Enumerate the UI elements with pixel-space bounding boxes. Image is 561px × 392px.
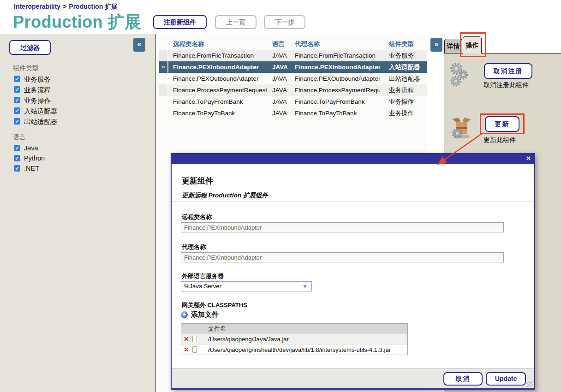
delete-file-icon[interactable]: ✕: [184, 344, 189, 355]
update-component-dialog: ✕ 更新组件 更新远程 Production 扩展组件 远程类名称 代理名称 外…: [171, 153, 535, 390]
update-button[interactable]: 更新: [485, 116, 519, 132]
register-new-component-button[interactable]: 注册新组件: [153, 15, 207, 29]
table-row[interactable]: Finance.ProcessPaymentRequest JAVA Finan…: [159, 84, 427, 96]
checkbox-label: 出站适配器: [24, 118, 58, 126]
table-row[interactable]: Finance.FromFileTransaction JAVA Finance…: [159, 50, 427, 61]
chevron-left-icon: «: [137, 40, 142, 48]
external-language-server-select[interactable]: %Java Server ▼: [181, 281, 312, 291]
panel-tabs: 详情 操作: [444, 33, 561, 53]
filter-sidebar: 过滤器 « 组件类型 ✓ 业务服务 ✓ 业务流程 ✓ 业务操作 ✓ 入站适配器 …: [0, 34, 156, 392]
table-row[interactable]: Finance.ToPayFromBank JAVA Finance.ToPay…: [159, 96, 427, 107]
proxy-name-input[interactable]: [181, 252, 504, 262]
checkbox-java[interactable]: ✓: [14, 145, 20, 151]
breadcrumb: Interoperability>Production 扩展: [14, 3, 118, 11]
cell-remote-class: Finance.PEXInboundAdapter: [168, 61, 269, 73]
row-selector[interactable]: [159, 50, 168, 61]
breadcrumb-separator: >: [60, 3, 69, 10]
checkbox-python[interactable]: ✓: [14, 155, 20, 161]
gears-icon: [449, 62, 469, 89]
cell-language: JAVA: [269, 107, 292, 119]
package-icon: [451, 116, 472, 140]
dialog-subtitle: 更新远程 Production 扩展组件: [182, 191, 268, 200]
table-row-selected[interactable]: » Finance.PEXInboundAdapter JAVA Finance…: [159, 61, 427, 73]
table-row[interactable]: Finance.PEXOutboundAdapter JAVA Finance.…: [159, 73, 427, 84]
table-header-row: 远程类名称 语言 代理名称 组件类型: [159, 39, 427, 50]
cell-language: JAVA: [269, 96, 292, 107]
chevron-right-icon: »: [435, 40, 439, 48]
dialog-titlebar[interactable]: ✕: [172, 154, 534, 164]
row-selector[interactable]: [159, 107, 168, 119]
row-selector[interactable]: [159, 84, 168, 96]
checkbox-label: Java: [24, 144, 38, 152]
cell-component-type: 业务服务: [380, 50, 426, 61]
gateway-classpaths-label: 网关额外 CLASSPATHS: [182, 301, 247, 309]
checkbox-business-operation[interactable]: ✓: [14, 97, 20, 103]
resize-grip[interactable]: [527, 381, 533, 387]
cell-proxy-name: Finance.ToPayFromBank: [292, 96, 380, 107]
checkbox-label: 业务服务: [24, 75, 51, 84]
cell-proxy-name: Finance.FromFileTransaction: [292, 50, 380, 61]
classpath-table: 文件名 ✕ /Users/qiaopeng/Java/Java.jar ✕ /U…: [181, 323, 408, 355]
chevron-down-icon: ▼: [302, 282, 308, 291]
classpath-value: /Users/qiaopeng/Java/Java.jar: [208, 334, 289, 344]
cancel-button[interactable]: 取消: [443, 372, 483, 386]
file-icon[interactable]: [192, 336, 197, 342]
language-section-label: 语言: [13, 133, 26, 142]
checkbox-label: Python: [24, 154, 45, 162]
row-selector[interactable]: [159, 96, 168, 107]
file-icon[interactable]: [192, 346, 197, 353]
delete-file-icon[interactable]: ✕: [184, 334, 189, 344]
add-icon[interactable]: +: [181, 311, 188, 318]
cell-proxy-name: Finance.ToPayToBank: [292, 107, 380, 119]
classpath-column-header: 文件名: [181, 324, 407, 333]
selector-column-header: [159, 39, 168, 50]
cell-component-type: 业务操作: [380, 107, 426, 119]
next-step-button[interactable]: 下一步: [264, 15, 305, 29]
dialog-divider: [172, 202, 534, 202]
column-header-proxy-name: 代理名称: [292, 39, 380, 50]
proxy-name-label: 代理名称: [182, 243, 206, 251]
tab-actions[interactable]: 操作: [463, 36, 482, 53]
row-selector-marker[interactable]: »: [159, 61, 168, 73]
unregister-button[interactable]: 取消注册: [484, 63, 532, 79]
cell-remote-class: Finance.ToPayToBank: [168, 107, 269, 119]
collapse-sidebar-button[interactable]: «: [133, 38, 145, 52]
dialog-update-button[interactable]: Update: [486, 372, 526, 386]
column-header-remote-class: 远程类名称: [168, 39, 269, 50]
page-header: Interoperability>Production 扩展 Productio…: [0, 0, 561, 33]
cell-component-type: 入站适配器: [380, 61, 426, 73]
close-icon[interactable]: ✕: [526, 155, 531, 162]
component-type-section-label: 组件类型: [13, 64, 39, 72]
breadcrumb-home-link[interactable]: Interoperability: [14, 3, 60, 10]
cell-remote-class: Finance.FromFileTransaction: [168, 50, 269, 61]
cell-proxy-name: Finance.PEXInboundAdapter: [292, 61, 380, 73]
previous-page-button[interactable]: 上一页: [215, 15, 257, 29]
checkbox-label: 业务流程: [24, 86, 51, 95]
table-row[interactable]: Finance.ToPayToBank JAVA Finance.ToPayTo…: [159, 107, 427, 119]
select-value: %Java Server: [184, 283, 221, 290]
component-table: 远程类名称 语言 代理名称 组件类型 Finance.FromFileTrans…: [159, 39, 427, 119]
checkbox-inbound-adapter[interactable]: ✓: [14, 107, 20, 114]
checkbox-business-service[interactable]: ✓: [14, 76, 20, 82]
checkbox-label: 入站适配器: [24, 107, 58, 116]
checkbox-label: 业务操作: [24, 96, 51, 105]
cell-language: JAVA: [269, 84, 292, 96]
column-header-component-type: 组件类型: [380, 39, 426, 50]
filter-button[interactable]: 过滤器: [9, 40, 51, 55]
row-selector[interactable]: [159, 73, 168, 84]
checkbox-dotnet[interactable]: ✓: [14, 165, 20, 172]
cell-component-type: 出站适配器: [380, 73, 426, 84]
cell-proxy-name: Finance.ProcessPaymentRequest: [292, 84, 380, 96]
breadcrumb-current: Production 扩展: [69, 3, 118, 10]
tab-details[interactable]: 详情: [444, 39, 462, 53]
page-title: Production 扩展: [13, 11, 142, 34]
remote-class-name-input[interactable]: [181, 222, 504, 232]
checkbox-business-process[interactable]: ✓: [14, 86, 20, 93]
expand-panel-button[interactable]: »: [430, 38, 442, 52]
remote-class-name-label: 远程类名称: [182, 213, 212, 221]
cell-proxy-name: Finance.PEXOutboundAdapter: [292, 73, 380, 84]
classpath-row: ✕ /Users/qiaopeng/irishealth/dev/java/li…: [181, 344, 407, 355]
checkbox-outbound-adapter[interactable]: ✓: [14, 118, 20, 125]
cell-language: JAVA: [269, 50, 292, 61]
cell-component-type: 业务操作: [380, 96, 426, 107]
